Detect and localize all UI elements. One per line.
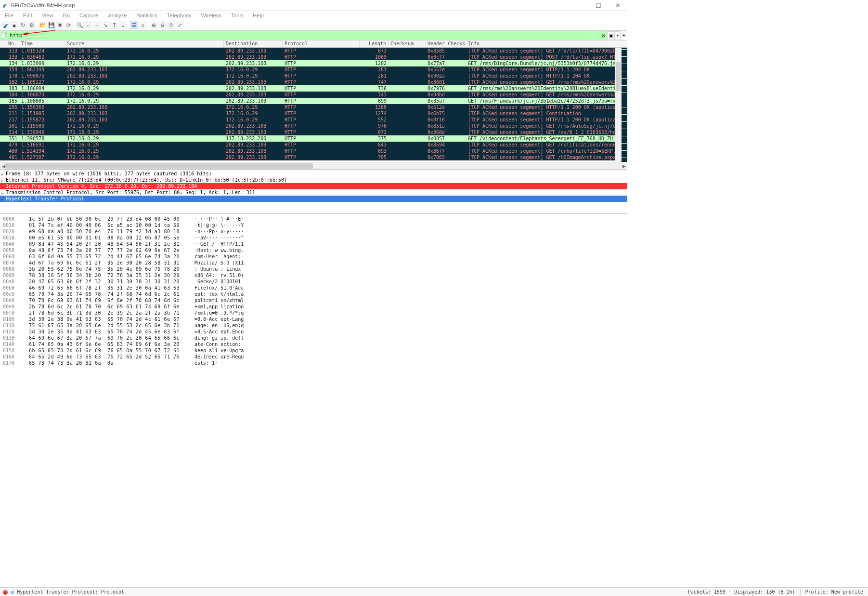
packet-row[interactable]: 1541.062149202.89.233.103172.16.0.29HTTP… [0, 66, 627, 73]
hex-row[interactable]: 014061 74 65 0a 43 6f 6e 6e 65 63 74 69 … [3, 341, 624, 347]
packet-row[interactable]: 3011.315900172.16.0.29202.89.233.103HTTP… [0, 123, 627, 129]
hex-row[interactable]: 00f02f 78 6d 6c 3b 71 3d 30 2e 39 2c 2a … [3, 310, 624, 316]
packet-row[interactable]: 3511.390578172.16.0.29117.18.232.200HTTP… [0, 135, 627, 142]
hex-row[interactable]: 00500a 48 6f 73 74 3a 20 77 77 77 2e 62 … [3, 247, 624, 253]
bookmark-icon[interactable]: 📑 [0, 31, 8, 40]
go-forward-icon[interactable]: → [93, 21, 101, 29]
filter-recent-dropdown-icon[interactable]: ▾ [615, 31, 621, 40]
detail-tree-item[interactable]: ▸Ethernet II, Src: VMware_7f:23:d4 (00:0… [0, 177, 627, 183]
maximize-button[interactable]: ☐ [589, 0, 608, 11]
column-header[interactable]: Info [466, 40, 627, 47]
menu-telephony[interactable]: Telephony [163, 12, 195, 19]
close-file-icon[interactable]: ✖ [56, 21, 64, 29]
hex-row[interactable]: 001001 74 7c ef 40 00 40 06 5c a5 ac 10 … [3, 222, 624, 228]
capture-options-icon[interactable]: ⚙ [27, 21, 36, 29]
menu-view[interactable]: View [38, 12, 57, 19]
hex-row[interactable]: 01203d 30 2e 35 0a 41 63 63 65 70 74 2d … [3, 329, 624, 335]
minimize-button[interactable]: — [570, 0, 589, 11]
column-header[interactable]: Header Checksum [426, 40, 466, 47]
packet-row[interactable]: 4811.527307172.16.0.29202.89.233.103HTTP… [0, 154, 627, 160]
hex-row[interactable]: 00d070 70 6c 69 63 61 74 69 6f 6e 2f 78 … [3, 297, 624, 304]
packet-row[interactable]: 1701.090075202.89.233.103172.16.0.29HTTP… [0, 73, 627, 79]
column-header[interactable]: Time [19, 40, 65, 47]
hex-row[interactable]: 00704d 6f 7a 69 6c 6c 61 2f 35 2e 30 20 … [3, 260, 624, 266]
menu-tools[interactable]: Tools [227, 12, 247, 19]
stop-capture-icon[interactable]: ■ [10, 21, 18, 29]
open-file-icon[interactable]: 📂 [39, 21, 47, 29]
menu-wireless[interactable]: Wireless [197, 12, 225, 19]
zoom-in-icon[interactable]: ⊕ [150, 21, 158, 29]
save-file-icon[interactable]: 💾 [47, 21, 55, 29]
go-back-icon[interactable]: ← [84, 21, 92, 29]
tree-expand-icon[interactable]: ▸ [1, 197, 3, 203]
packet-row[interactable]: 1331.030462172.16.0.29202.89.233.103HTTP… [0, 54, 627, 60]
packet-list-pane[interactable]: No.TimeSourceDestinationProtocolLengthCh… [0, 40, 627, 169]
menu-statistics[interactable]: Statistics [132, 12, 161, 19]
column-header[interactable]: Destination [224, 40, 283, 47]
hex-row[interactable]: 0020e9 68 da a8 00 50 70 e4 76 11 79 f2 … [3, 228, 624, 235]
normal-size-icon[interactable]: ⦾ [167, 21, 175, 29]
packet-row[interactable]: 3141.339946172.16.0.29202.89.233.103HTTP… [0, 129, 627, 135]
hex-row[interactable]: 006063 6f 6d 0a 55 73 65 72 2d 41 67 65 … [3, 253, 624, 260]
hex-row[interactable]: 01506b 65 65 70 2d 61 6c 69 76 65 0a 55 … [3, 347, 624, 354]
packet-row[interactable]: 4801.524394172.16.0.29202.89.233.103HTTP… [0, 148, 627, 154]
menu-help[interactable]: Help [249, 12, 268, 19]
packet-list-vscroll[interactable] [615, 48, 622, 162]
hex-row[interactable]: 016064 65 2d 49 6e 73 65 63 75 72 65 2d … [3, 354, 624, 360]
jump-packet-icon[interactable]: ↘ [102, 21, 110, 29]
colorize-icon[interactable]: ≡ [139, 21, 147, 29]
hex-row[interactable]: 00a020 47 65 63 6b 6f 2f 32 30 31 30 30 … [3, 278, 624, 285]
packet-row[interactable]: 1831.106004172.16.0.29202.89.233.103HTTP… [0, 85, 627, 92]
packet-row[interactable]: 4791.516591172.16.0.29202.89.233.103HTTP… [0, 142, 627, 148]
hex-row[interactable]: 003000 e5 61 56 00 00 01 01 08 0a 00 12 … [3, 235, 624, 241]
column-header[interactable]: Protocol [283, 40, 360, 47]
column-header[interactable]: No. [0, 40, 19, 47]
find-packet-icon[interactable]: 🔍 [76, 21, 84, 29]
packet-list-hscroll[interactable]: ◀ ▶ [0, 162, 627, 169]
filter-apply-icon[interactable]: ▣ [607, 31, 615, 40]
packet-row[interactable]: 2111.151985202.89.233.103172.16.0.29HTTP… [0, 110, 627, 117]
last-packet-icon[interactable]: ⤓ [119, 21, 127, 29]
packet-row[interactable]: 1131.015324172.16.0.29202.89.233.103HTTP… [0, 48, 627, 54]
menu-edit[interactable]: Edit [19, 12, 36, 19]
packet-row[interactable]: 2171.155873202.89.233.103172.16.0.29HTTP… [0, 117, 627, 123]
packet-minimap[interactable] [622, 48, 627, 162]
hscroll-right-icon[interactable]: ▶ [621, 163, 627, 169]
hex-row[interactable]: 00c065 70 74 3a 20 74 65 78 74 2f 68 74 … [3, 291, 624, 297]
hex-row[interactable]: 004009 8d 47 45 54 20 2f 20 48 54 54 50 … [3, 241, 624, 247]
first-packet-icon[interactable]: ⤒ [110, 21, 118, 29]
column-header[interactable]: Source [65, 40, 224, 47]
hex-row[interactable]: 00001c 5f 2b 0f bb 50 00 0c 29 7f 23 d4 … [3, 216, 624, 222]
filter-clear-icon[interactable]: ⊠ [599, 31, 607, 40]
start-capture-icon[interactable] [1, 21, 10, 29]
menu-analyze[interactable]: Analyze [104, 12, 130, 19]
packet-list-header[interactable]: No.TimeSourceDestinationProtocolLengthCh… [0, 40, 627, 48]
menu-file[interactable]: File [1, 12, 17, 19]
restart-capture-icon[interactable]: ↻ [19, 21, 27, 29]
hex-row[interactable]: 00803b 20 55 62 75 6e 74 75 3b 20 4c 69 … [3, 266, 624, 272]
column-header[interactable]: Length [360, 40, 389, 47]
hex-row[interactable]: 01003d 30 2e 38 0a 41 63 63 65 70 74 2d … [3, 316, 624, 322]
packet-row[interactable]: 1341.033009172.16.0.29202.89.233.103HTTP… [0, 60, 627, 66]
hex-row[interactable]: 017065 73 74 73 3a 20 31 0a 0aests: 1· · [3, 360, 624, 366]
reload-icon[interactable]: ⟳ [65, 21, 73, 29]
zoom-out-icon[interactable]: ⊖ [158, 21, 167, 29]
packet-details-pane[interactable]: ▸Frame 18: 377 bytes on wire (3016 bits)… [0, 169, 627, 213]
menu-go[interactable]: Go [59, 12, 74, 19]
packet-row[interactable]: 1841.106873172.16.0.29202.89.233.103HTTP… [0, 92, 627, 98]
packet-row[interactable]: 1821.105227172.16.0.29202.89.233.103HTTP… [0, 79, 627, 85]
auto-scroll-icon[interactable]: ☰ [130, 21, 138, 29]
resize-columns-icon[interactable]: ⤢ [176, 21, 184, 29]
menu-capture[interactable]: Capture [76, 12, 102, 19]
close-button[interactable]: ✕ [608, 0, 627, 11]
detail-tree-item[interactable]: ▸Transmission Control Protocol, Src Port… [0, 189, 627, 196]
detail-tree-item[interactable]: ▸Frame 18: 377 bytes on wire (3016 bits)… [0, 171, 627, 177]
display-filter-input[interactable] [8, 31, 599, 40]
hex-row[interactable]: 00e02b 78 6d 6c 2c 61 70 70 6c 69 63 61 … [3, 304, 624, 310]
column-header[interactable]: Checksum [389, 40, 426, 47]
packet-row[interactable]: 2051.150366202.89.233.103172.16.0.29HTTP… [0, 104, 627, 110]
hex-row[interactable]: 011075 61 67 65 3a 20 65 6e 2d 55 53 2c … [3, 322, 624, 329]
hex-row[interactable]: 013064 69 6e 67 3a 20 67 7a 69 70 2c 20 … [3, 335, 624, 341]
filter-add-icon[interactable]: ＋ [621, 31, 627, 40]
detail-tree-item[interactable]: ▸Internet Protocol Version 4, Src: 172.1… [0, 183, 627, 189]
